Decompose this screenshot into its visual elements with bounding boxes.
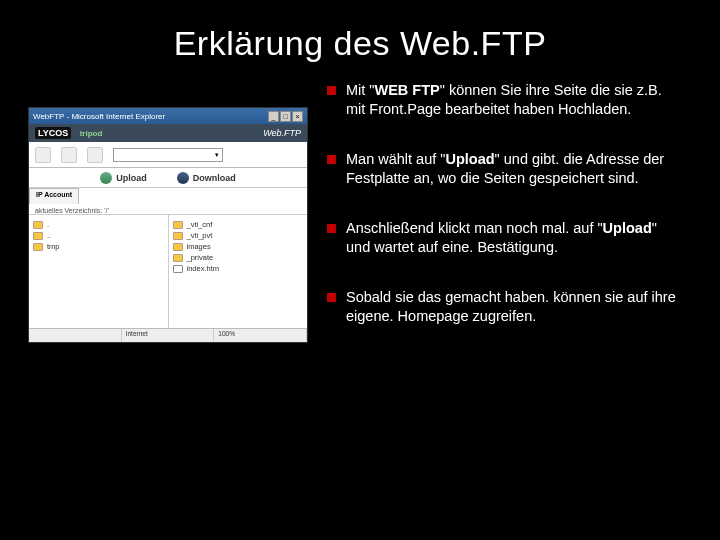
upload-icon [100,172,112,184]
window-buttons: _ □ × [268,111,303,122]
list-item[interactable]: _private [173,252,304,263]
chevron-down-icon: ▾ [215,151,219,159]
brand-left: LYCOS tripod [35,128,102,138]
folder-icon [173,232,183,240]
list-item[interactable]: images [173,241,304,252]
tab-row: IP Account [29,188,307,204]
window-titlebar: WebFTP - Microsoft Internet Explorer _ □… [29,108,307,124]
maximize-icon[interactable]: □ [280,111,291,122]
status-cell [29,329,122,342]
bullet-item: Anschließend klickt man noch mal. auf "U… [326,219,680,256]
tripod-logo: tripod [80,129,103,138]
screenshot-column: WebFTP - Microsoft Internet Explorer _ □… [28,81,308,357]
list-item[interactable]: .. [33,230,164,241]
tab-account[interactable]: IP Account [29,188,79,204]
right-pane: _vti_cnf _vti_pvt images _private index.… [168,215,308,328]
bullet-item: Man wählt auf "Upload" und gibt. die Adr… [326,150,680,187]
list-item[interactable]: _vti_cnf [173,219,304,230]
content-row: WebFTP - Microsoft Internet Explorer _ □… [0,63,720,357]
close-icon[interactable]: × [292,111,303,122]
download-icon [177,172,189,184]
folder-icon [33,221,43,229]
toolbar-button[interactable] [87,147,103,163]
window-title: WebFTP - Microsoft Internet Explorer [33,112,165,121]
slide-title: Erklärung des Web.FTP [0,0,720,63]
bullet-item: Mit "WEB FTP" können Sie ihre Seite die … [326,81,680,118]
file-icon [173,265,183,273]
toolbar-button[interactable] [61,147,77,163]
current-directory-label: aktuelles Verzeichnis: '/' [29,204,307,214]
folder-icon [173,221,183,229]
minimize-icon[interactable]: _ [268,111,279,122]
folder-icon [33,243,43,251]
status-cell: Internet [122,329,215,342]
toolbar-button[interactable] [35,147,51,163]
brand-right: Web.FTP [263,128,301,138]
status-cell: 100% [214,329,307,342]
browser-toolbar: ▾ [29,142,307,168]
bullet-column: Mit "WEB FTP" können Sie ihre Seite die … [326,81,680,357]
action-bar: Upload Download [29,168,307,188]
list-item[interactable]: index.htm [173,263,304,274]
list-item[interactable]: . [33,219,164,230]
list-item[interactable]: _vti_pvt [173,230,304,241]
slide: Erklärung des Web.FTP WebFTP - Microsoft… [0,0,720,540]
status-bar: Internet 100% [29,328,307,342]
bullet-list: Mit "WEB FTP" können Sie ihre Seite die … [326,81,680,325]
upload-button[interactable]: Upload [100,172,147,184]
bullet-item: Sobald sie das gemacht haben. können sie… [326,288,680,325]
address-dropdown[interactable]: ▾ [113,148,223,162]
folder-icon [173,243,183,251]
folder-icon [33,232,43,240]
file-panes: . .. tmp _vti_cnf _vti_pvt images _priva… [29,214,307,328]
browser-window: WebFTP - Microsoft Internet Explorer _ □… [28,107,308,343]
brand-bar: LYCOS tripod Web.FTP [29,124,307,142]
download-button[interactable]: Download [177,172,236,184]
left-pane: . .. tmp [29,215,168,328]
folder-icon [173,254,183,262]
lycos-logo: LYCOS [35,127,71,139]
list-item[interactable]: tmp [33,241,164,252]
